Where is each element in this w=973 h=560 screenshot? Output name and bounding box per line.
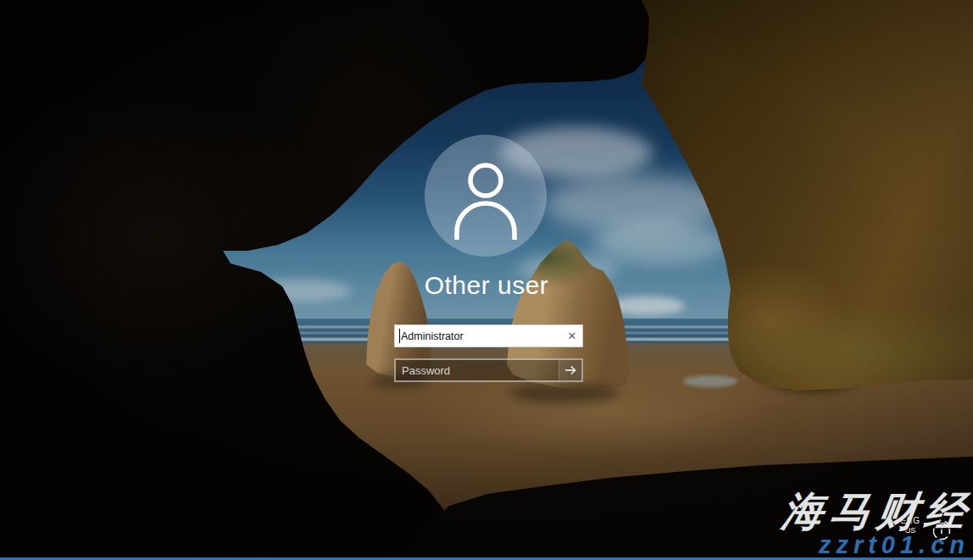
language-region: US	[893, 526, 927, 535]
person-icon	[447, 157, 525, 240]
password-field-container	[394, 358, 583, 382]
other-user-title: Other user	[232, 271, 741, 300]
language-indicator[interactable]: ENG US	[893, 516, 927, 535]
submit-arrow-icon	[563, 363, 578, 377]
clear-icon[interactable]: ✕	[562, 325, 582, 347]
ease-of-access-icon	[931, 519, 953, 541]
cloud	[593, 222, 729, 264]
submit-button[interactable]	[559, 360, 581, 380]
language-code: ENG	[893, 516, 927, 526]
rock-reflection	[509, 383, 619, 403]
username-input[interactable]	[395, 325, 582, 347]
tide-pool	[683, 375, 737, 387]
password-input[interactable]	[396, 360, 581, 380]
ease-of-access-button[interactable]	[931, 519, 953, 541]
username-field-container: ✕	[394, 324, 583, 347]
user-avatar	[425, 135, 547, 257]
text-caret	[399, 329, 400, 343]
login-screen: Other user ✕ ENG US 海马财经 zzrt01.cn	[0, 0, 973, 560]
